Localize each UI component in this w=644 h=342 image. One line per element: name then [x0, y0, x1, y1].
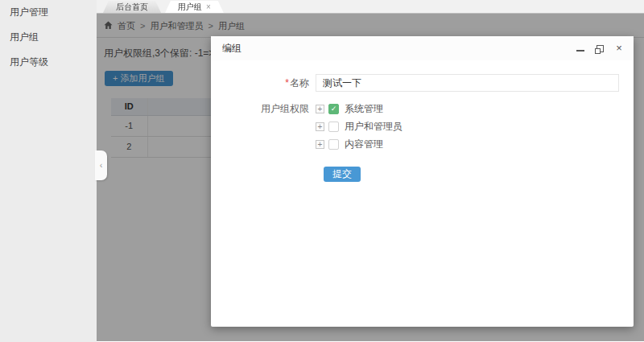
tab-close-icon[interactable]: ×: [206, 3, 211, 11]
sidebar-collapse-handle[interactable]: ‹: [95, 150, 107, 180]
sidebar-item-user-level[interactable]: 用户等级: [0, 50, 97, 75]
tab-bar: 后台首页 用户组 ×: [97, 0, 644, 14]
maximize-button[interactable]: [595, 43, 605, 53]
checkbox-content-management[interactable]: [328, 139, 339, 150]
sidebar-item-label: 用户管理: [10, 6, 48, 18]
permissions-label: 用户组权限: [211, 100, 316, 153]
name-label: *名称: [211, 74, 316, 92]
tree-row-content: 内容管理: [316, 135, 402, 153]
tree-row-users-admins: 用户和管理员: [316, 117, 402, 135]
checkbox-system-management[interactable]: ✓: [328, 104, 339, 114]
permissions-form-row: 用户组权限 ✓ 系统管理 用户和管理员 内容管理: [211, 100, 634, 153]
dialog-body: *名称 用户组权限 ✓ 系统管理 用户和管理员 内容管理: [211, 60, 634, 182]
maximize-icon: [597, 45, 604, 52]
checkbox-users-admins[interactable]: [328, 122, 339, 132]
tree-label-system[interactable]: 系统管理: [345, 102, 383, 116]
minimize-icon: [576, 50, 584, 52]
expand-icon[interactable]: [316, 122, 324, 131]
name-form-row: *名称: [211, 74, 634, 92]
required-mark: *: [285, 77, 289, 89]
expand-icon[interactable]: [316, 105, 324, 113]
sidebar: 用户管理 用户组 用户等级: [0, 0, 97, 342]
dialog-title: 编组: [222, 42, 566, 56]
close-button[interactable]: ×: [614, 43, 624, 53]
check-icon: ✓: [331, 105, 337, 113]
sidebar-item-label: 用户组: [10, 31, 39, 43]
submit-button[interactable]: 提交: [324, 167, 361, 182]
permissions-tree: ✓ 系统管理 用户和管理员 内容管理: [316, 100, 402, 153]
sidebar-item-label: 用户等级: [10, 56, 48, 68]
tree-row-system: ✓ 系统管理: [316, 100, 402, 117]
expand-icon[interactable]: [316, 140, 324, 149]
tab-label: 后台首页: [116, 1, 148, 13]
tree-label-content[interactable]: 内容管理: [345, 138, 383, 151]
minimize-button[interactable]: [576, 43, 585, 53]
dialog-titlebar: 编组 ×: [211, 36, 634, 60]
tree-label-users-admins[interactable]: 用户和管理员: [345, 120, 402, 134]
edit-group-dialog: 编组 × *名称 用户组权限 ✓ 系统管理 用户和管理员: [211, 36, 634, 327]
sidebar-item-user-management[interactable]: 用户管理: [0, 0, 97, 25]
tab-user-group[interactable]: 用户组 ×: [165, 1, 224, 13]
tab-backend-home[interactable]: 后台首页: [103, 1, 161, 13]
tab-label: 用户组: [178, 1, 202, 13]
group-name-input[interactable]: [316, 74, 619, 92]
chevron-left-icon: ‹: [100, 161, 103, 170]
sidebar-item-user-group[interactable]: 用户组: [0, 25, 97, 50]
close-icon: ×: [616, 43, 622, 53]
